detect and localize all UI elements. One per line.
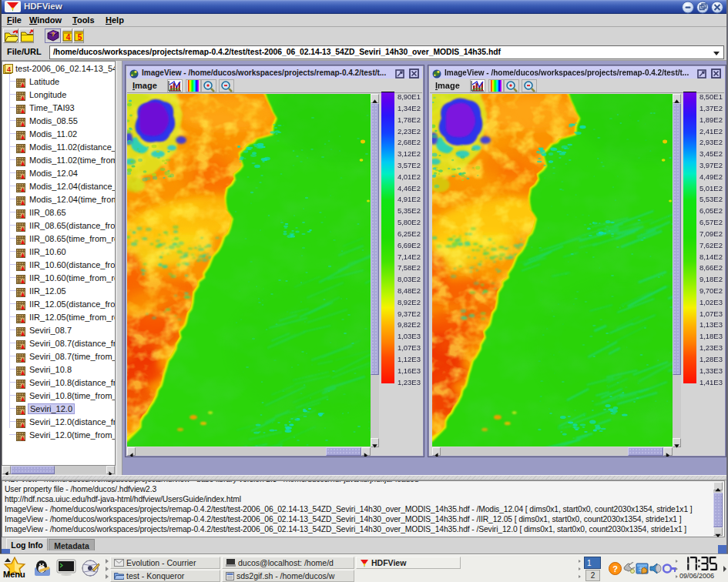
svg-text:5: 5 — [78, 33, 82, 42]
svg-text:4: 4 — [66, 33, 71, 42]
svg-text:4: 4 — [7, 65, 11, 73]
svg-text:?: ? — [612, 564, 618, 574]
svg-text:?: ? — [51, 31, 55, 38]
